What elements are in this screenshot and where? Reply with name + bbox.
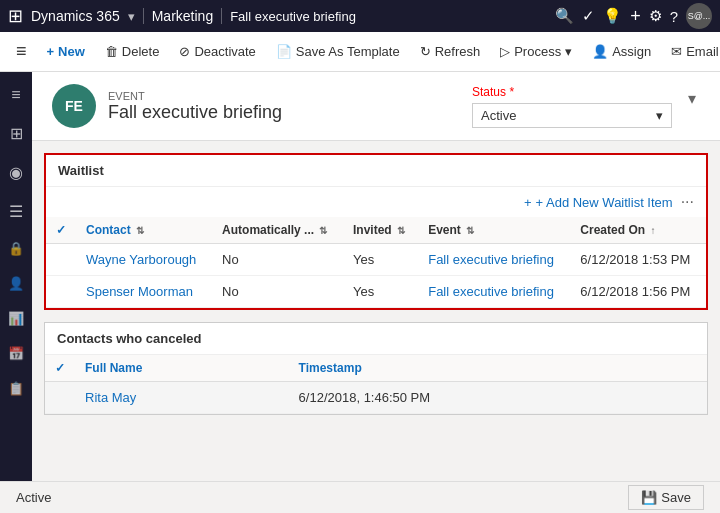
sidebar-menu-icon[interactable]: ☰ [0,196,32,227]
process-chevron: ▾ [565,44,572,59]
event-sort-icon[interactable]: ⇅ [466,225,474,236]
save-template-icon: 📄 [276,44,292,59]
canceled-fullname-col-header[interactable]: Full Name [75,355,289,382]
waitlist-row-1-invited: Yes [343,244,418,276]
canceled-timestamp-col-header[interactable]: Timestamp [289,355,707,382]
waitlist-createdon-col-header[interactable]: Created On ↑ [570,217,706,244]
record-name-label: Fall executive briefing [108,102,282,123]
add-new-waitlist-label: + Add New Waitlist Item [536,195,673,210]
save-label: Save [661,490,691,505]
waitlist-row-1-select[interactable] [46,244,76,276]
assign-button[interactable]: 👤 Assign [584,40,659,63]
contact-col-label: Contact [86,223,131,237]
delete-icon: 🗑 [105,44,118,59]
status-required-marker: * [509,85,514,99]
deactivate-button[interactable]: ⊘ Deactivate [171,40,263,63]
new-button[interactable]: + New [39,40,93,63]
waitlist-row-2-createdon: 6/12/2018 1:56 PM [570,276,706,308]
waffle-icon[interactable]: ⊞ [8,5,23,27]
createdon-sort-icon[interactable]: ↑ [650,225,655,236]
waitlist-row: Spenser Moorman No Yes Fall executive br… [46,276,706,308]
save-button[interactable]: 💾 Save [628,485,704,510]
waitlist-row-1-event: Fall executive briefing [418,244,570,276]
waitlist-row-2-event-link[interactable]: Fall executive briefing [428,284,554,299]
waitlist-row-2-contact-link[interactable]: Spenser Moorman [86,284,193,299]
canceled-row-1-select[interactable] [45,382,75,414]
status-dropdown[interactable]: Active ▾ [472,103,672,128]
checkmark-icon[interactable]: ✓ [582,7,595,25]
record-header: FE EVENT Fall executive briefing Status … [32,72,720,141]
invited-sort-icon[interactable]: ⇅ [397,225,405,236]
top-navigation: ⊞ Dynamics 365 ▾ Marketing Fall executiv… [0,0,720,32]
contact-sort-icon[interactable]: ⇅ [136,225,144,236]
waitlist-row-1-createdon: 6/12/2018 1:53 PM [570,244,706,276]
process-button[interactable]: ▷ Process ▾ [492,40,580,63]
sidebar-list-icon[interactable]: 📋 [0,375,32,402]
canceled-row-1-name: Rita May [75,382,289,414]
waitlist-row-1-contact: Wayne Yarborough [76,244,212,276]
delete-button[interactable]: 🗑 Delete [97,40,168,63]
waitlist-event-col-header[interactable]: Event ⇅ [418,217,570,244]
hamburger-menu-button[interactable]: ≡ [8,37,35,66]
user-avatar[interactable]: S@... [686,3,712,29]
collapse-button[interactable]: ▾ [684,85,700,112]
fullname-col-label: Full Name [85,361,142,375]
canceled-section-header: Contacts who canceled [45,323,707,355]
user-initials: S@... [688,11,711,21]
auto-col-label: Automatically ... [222,223,314,237]
new-label: New [58,44,85,59]
waitlist-toolbar: + + Add New Waitlist Item ··· [46,187,706,217]
sidebar-recent-icon[interactable]: ◉ [0,157,32,188]
waitlist-auto-col-header[interactable]: Automatically ... ⇅ [212,217,343,244]
save-as-template-button[interactable]: 📄 Save As Template [268,40,408,63]
canceled-title: Contacts who canceled [57,331,201,346]
refresh-label: Refresh [435,44,481,59]
canceled-row-1-name-link[interactable]: Rita May [85,390,136,405]
sidebar: ≡ ⊞ ◉ ☰ 🔒 👤 📊 📅 📋 [0,72,32,513]
record-title-label: Fall executive briefing [230,9,547,24]
waitlist-row: Wayne Yarborough No Yes Fall executive b… [46,244,706,276]
sidebar-lock-icon[interactable]: 🔒 [0,235,32,262]
sidebar-calendar-icon[interactable]: 📅 [0,340,32,367]
sidebar-home-icon[interactable]: ⊞ [0,118,32,149]
refresh-button[interactable]: ↻ Refresh [412,40,489,63]
save-template-label: Save As Template [296,44,400,59]
waitlist-select-all-header[interactable]: ✓ [46,217,76,244]
app-name-chevron[interactable]: ▾ [128,9,135,24]
refresh-icon: ↻ [420,44,431,59]
timestamp-col-label: Timestamp [299,361,362,375]
help-icon[interactable]: ? [670,8,678,25]
waitlist-invited-col-header[interactable]: Invited ⇅ [343,217,418,244]
invited-col-label: Invited [353,223,392,237]
canceled-select-all-header[interactable]: ✓ [45,355,75,382]
waitlist-more-options-icon[interactable]: ··· [681,193,694,211]
deactivate-label: Deactivate [194,44,255,59]
waitlist-row-1-event-link[interactable]: Fall executive briefing [428,252,554,267]
sidebar-chart-icon[interactable]: 📊 [0,305,32,332]
process-icon: ▷ [500,44,510,59]
sidebar-hamburger-icon[interactable]: ≡ [0,80,32,110]
createdon-col-label: Created On [580,223,645,237]
bottom-bar: Active 💾 Save [0,481,720,513]
waitlist-row-2-select[interactable] [46,276,76,308]
settings-icon[interactable]: ⚙ [649,7,662,25]
deactivate-icon: ⊘ [179,44,190,59]
sidebar-people-icon[interactable]: 👤 [0,270,32,297]
canceled-contacts-table: ✓ Full Name Timestamp Rita [45,355,707,414]
waitlist-contact-col-header[interactable]: Contact ⇅ [76,217,212,244]
search-icon[interactable]: 🔍 [555,7,574,25]
waitlist-row-2-contact: Spenser Moorman [76,276,212,308]
checkmark-header-icon: ✓ [56,223,66,237]
avatar-initials: FE [65,98,83,114]
add-new-waitlist-item-button[interactable]: + + Add New Waitlist Item [524,195,673,210]
status-label: Status * [472,85,672,99]
status-chevron-icon: ▾ [656,108,663,123]
waitlist-section: Waitlist + + Add New Waitlist Item ··· ✓ [44,153,708,310]
process-label: Process [514,44,561,59]
waitlist-row-1-contact-link[interactable]: Wayne Yarborough [86,252,196,267]
auto-sort-icon[interactable]: ⇅ [319,225,327,236]
lightbulb-icon[interactable]: 💡 [603,7,622,25]
email-link-button[interactable]: ✉ Email a Link [663,40,720,63]
event-col-label: Event [428,223,461,237]
plus-icon[interactable]: + [630,6,641,27]
